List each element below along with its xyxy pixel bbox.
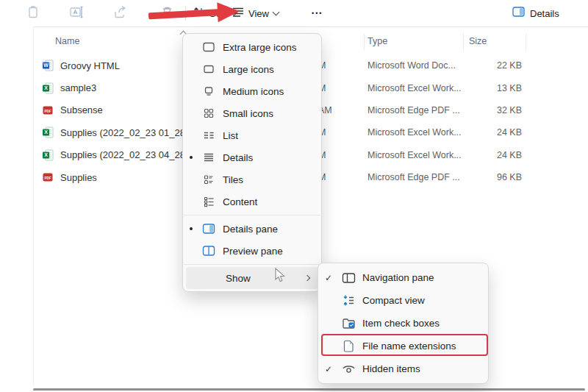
menu-separator [184, 264, 320, 265]
menu-item-small-icons[interactable]: Small icons [183, 102, 321, 124]
submenu-item-hidden-items[interactable]: ✓ Hidden items [318, 357, 488, 380]
file-name: sample3 [60, 82, 96, 93]
file-type: Microsoft Excel Work... [368, 83, 462, 93]
file-name: Groovy HTML [60, 60, 120, 71]
show-submenu: ✓ Navigation pane Compact view Item chec… [318, 263, 489, 384]
small-icons-icon [199, 107, 218, 120]
svg-text:X: X [44, 152, 48, 157]
menu-item-details-pane[interactable]: Details pane [183, 218, 321, 240]
more-options-icon: ••• [312, 10, 323, 17]
file-name: Supplies [60, 172, 97, 183]
menu-item-preview-pane[interactable]: Preview pane [183, 240, 321, 262]
file-size: 13 KB [463, 83, 522, 93]
column-header-type[interactable]: Type [368, 36, 387, 46]
navigation-pane-icon [339, 272, 358, 284]
file-size: 24 KB [463, 150, 522, 160]
details-button-label: Details [530, 8, 559, 19]
rename-button[interactable] [69, 4, 84, 23]
column-separator[interactable] [526, 33, 526, 51]
rename-icon [69, 5, 84, 22]
submenu-item-compact-view[interactable]: Compact view [318, 289, 488, 312]
medium-icons-icon [199, 85, 218, 98]
paste-button[interactable] [26, 4, 40, 23]
details-pane-icon [512, 7, 526, 21]
file-size: 96 KB [463, 172, 522, 182]
share-icon [113, 5, 128, 22]
svg-text:X: X [44, 85, 48, 90]
submenu-item-navigation-pane[interactable]: ✓ Navigation pane [318, 266, 488, 289]
mouse-cursor [272, 267, 286, 283]
file-name: Subsense [60, 104, 103, 115]
annotation-red-highlight-box [321, 334, 488, 356]
tiles-view-icon [199, 173, 218, 186]
list-view-icon [199, 129, 218, 142]
toolbar-divider [33, 26, 588, 27]
svg-text:W: W [43, 63, 49, 68]
menu-item-content[interactable]: Content [183, 190, 321, 213]
file-type: Microsoft Word Doc... [368, 60, 456, 71]
svg-text:PDF: PDF [44, 177, 51, 180]
window-bottom-edge [33, 388, 585, 391]
selected-bullet-icon [190, 227, 193, 230]
annotation-red-arrow [147, 1, 241, 26]
excel-file-icon: X [42, 82, 54, 94]
paste-icon [26, 5, 40, 22]
svg-text:PDF: PDF [44, 110, 51, 113]
pdf-file-icon: PDF [42, 104, 54, 116]
file-size: 24 KB [463, 127, 522, 138]
file-size: 22 KB [463, 60, 522, 71]
menu-item-medium-icons[interactable]: Medium icons [183, 80, 321, 102]
excel-file-icon: X [42, 126, 54, 138]
file-type: Microsoft Edge PDF ... [368, 172, 460, 182]
extra-large-icons-icon [199, 40, 218, 54]
excel-file-icon: X [42, 149, 54, 161]
menu-item-extra-large-icons[interactable]: Extra large icons [183, 36, 321, 58]
details-view-icon [199, 151, 218, 164]
file-type: Microsoft Edge PDF ... [368, 105, 460, 115]
submenu-item-item-check-boxes[interactable]: Item check boxes [318, 312, 488, 335]
column-header-size[interactable]: Size [469, 36, 487, 46]
check-icon: ✓ [318, 273, 339, 283]
menu-separator [184, 215, 320, 215]
selected-bullet-icon [190, 156, 193, 159]
preview-pane-icon [199, 245, 218, 257]
hidden-items-eye-icon [339, 364, 358, 374]
pdf-file-icon: PDF [42, 171, 54, 183]
chevron-down-icon [273, 8, 280, 15]
submenu-chevron-right-icon [304, 275, 310, 281]
check-icon: ✓ [318, 364, 339, 374]
file-type: Microsoft Excel Work... [368, 127, 462, 138]
menu-item-list[interactable]: List [183, 124, 321, 146]
column-separator[interactable] [463, 33, 464, 51]
menu-item-tiles[interactable]: Tiles [183, 168, 321, 190]
column-separator[interactable] [364, 33, 365, 51]
menu-item-show[interactable]: Show [186, 267, 318, 289]
large-icons-icon [199, 63, 218, 76]
toolbar: Sort View ••• Details [0, 0, 588, 26]
word-file-icon: W [42, 60, 54, 71]
compact-view-icon [339, 294, 358, 307]
view-menu: Extra large icons Large icons Medium ico… [182, 33, 322, 292]
content-view-icon [199, 195, 218, 208]
view-button-label: View [248, 8, 269, 19]
details-pane-icon [199, 223, 218, 235]
item-check-boxes-icon [339, 317, 358, 329]
file-type: Microsoft Excel Work... [368, 150, 462, 160]
column-header-name[interactable]: Name [55, 36, 79, 46]
file-size: 32 KB [463, 105, 522, 115]
menu-item-details[interactable]: Details [183, 146, 321, 168]
details-pane-toggle-button[interactable]: Details [512, 4, 559, 23]
svg-text:X: X [44, 130, 48, 135]
more-options-button[interactable]: ••• [312, 4, 323, 23]
share-button[interactable] [113, 4, 128, 23]
menu-item-large-icons[interactable]: Large icons [183, 58, 321, 80]
